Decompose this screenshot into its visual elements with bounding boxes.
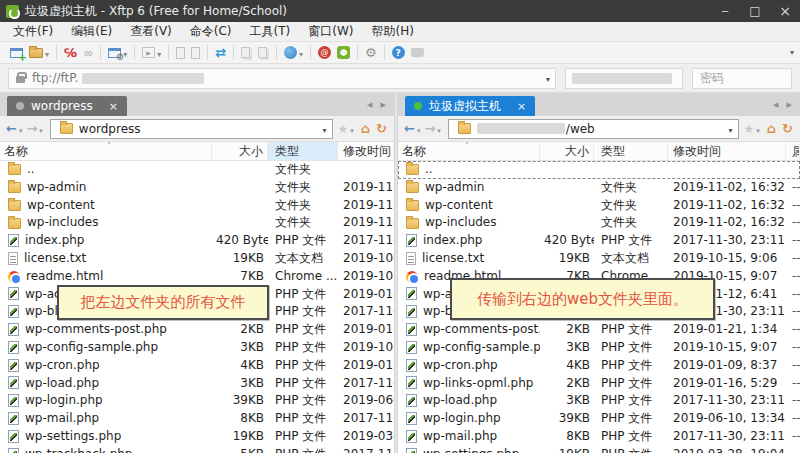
- file-row[interactable]: index.php420 BytesPHP 文件2017-11-30, 23:1…: [398, 232, 800, 250]
- column-header[interactable]: 名称: [398, 142, 540, 160]
- url-field[interactable]: ftp://ftP.: [8, 68, 556, 89]
- column-header[interactable]: 修改时间: [668, 142, 786, 160]
- paste-icon[interactable]: [258, 47, 269, 58]
- column-header[interactable]: 类型: [268, 142, 338, 160]
- favorites-star-icon[interactable]: [743, 122, 756, 136]
- upload-icon[interactable]: [176, 47, 185, 59]
- file-row[interactable]: ..: [398, 161, 800, 179]
- file-row[interactable]: license.txt19KB文本文档2019-10-15, 9:06: [0, 250, 394, 268]
- help-icon[interactable]: [392, 46, 405, 59]
- run-icon[interactable]: [142, 46, 161, 60]
- path-dropdown-icon[interactable]: [728, 122, 732, 136]
- column-header[interactable]: 修改时间: [338, 142, 394, 160]
- column-header[interactable]: 大小: [540, 142, 594, 160]
- web-icon[interactable]: [284, 46, 303, 60]
- file-row[interactable]: wp-includes文件夹2019-11-02, 16:32--: [398, 214, 800, 232]
- options-gear-icon[interactable]: [365, 45, 377, 60]
- toolbar-separator: [357, 45, 358, 60]
- tab-scroll-arrows-icon[interactable]: [367, 101, 389, 109]
- local-path-combo[interactable]: wordpress: [50, 119, 333, 139]
- feedback-icon[interactable]: [411, 48, 424, 57]
- tab-wordpress[interactable]: wordpress: [7, 96, 127, 116]
- file-row[interactable]: wp-comments-post.php2KBPHP 文件2019-01-21,…: [0, 321, 394, 339]
- file-row[interactable]: wp-settings.php19KBPHP 文件2019-03-28, 19:…: [0, 428, 394, 446]
- column-header[interactable]: 大小: [212, 142, 268, 160]
- file-row[interactable]: wp-mail.php8KBPHP 文件2017-11-30, 23:11--: [398, 428, 800, 446]
- menu-item[interactable]: 文件(F): [4, 23, 62, 40]
- file-row[interactable]: license.txt19KB文本文档2019-10-15, 9:06--: [398, 250, 800, 268]
- file-row[interactable]: wp-config-sample.php3KBPHP 文件2019-10-15,…: [398, 339, 800, 357]
- disconnect-icon[interactable]: [64, 46, 77, 60]
- forward-history-icon[interactable]: [39, 122, 43, 136]
- refresh-icon[interactable]: [374, 121, 389, 136]
- menu-item[interactable]: 命令(C): [181, 23, 241, 40]
- file-row[interactable]: wp-cron.php4KBPHP 文件2019-01-09, 8:37: [0, 357, 394, 375]
- tab-close-icon[interactable]: [517, 100, 526, 113]
- favorites-dropdown-icon[interactable]: [350, 122, 354, 136]
- file-row[interactable]: ..文件夹: [0, 161, 394, 179]
- file-row[interactable]: wp-comments-post.php2KBPHP 文件2019-01-21,…: [398, 321, 800, 339]
- file-row[interactable]: wp-content文件夹2019-11-02, 16:32: [0, 197, 394, 215]
- menu-item[interactable]: 查看(V): [121, 23, 181, 40]
- file-row[interactable]: wp-trackback.php5KBPHP 文件2017-11-30, 23:…: [0, 446, 394, 453]
- favorites-dropdown-icon[interactable]: [756, 122, 760, 136]
- file-row[interactable]: wp-admin文件夹2019-11-02, 16:32--: [398, 179, 800, 197]
- forward-icon[interactable]: [423, 121, 436, 136]
- favorites-star-icon[interactable]: [337, 122, 350, 136]
- file-row[interactable]: index.php420 BytesPHP 文件2017-11-30, 23:1…: [0, 232, 394, 250]
- file-row[interactable]: wp-mail.php8KBPHP 文件2017-11-30, 23:11: [0, 410, 394, 428]
- back-history-icon[interactable]: [417, 122, 421, 136]
- file-row[interactable]: wp-settings.php19KBPHP 文件2019-03-28, 19:…: [398, 446, 800, 453]
- session-properties-icon[interactable]: [108, 46, 127, 60]
- dropdown-arrow-icon[interactable]: [155, 46, 161, 60]
- column-header[interactable]: 类型: [594, 142, 668, 160]
- file-row[interactable]: readme.html7KBChrome ...2019-10-15, 9:07: [0, 268, 394, 286]
- maximize-icon[interactable]: [740, 0, 770, 22]
- tab-close-icon[interactable]: [109, 100, 118, 113]
- tab-remote-session[interactable]: 垃圾虚拟主机: [405, 96, 535, 116]
- download-icon[interactable]: [191, 47, 200, 59]
- xshell-icon[interactable]: [318, 46, 331, 59]
- back-icon[interactable]: [5, 121, 18, 136]
- close-icon[interactable]: [770, 0, 800, 22]
- back-history-icon[interactable]: [19, 122, 23, 136]
- menu-item[interactable]: 编辑(E): [62, 23, 121, 40]
- menu-item[interactable]: 帮助(H): [362, 23, 422, 40]
- new-session-icon[interactable]: [10, 48, 23, 58]
- tab-scroll-arrows-icon[interactable]: [773, 101, 795, 109]
- file-row[interactable]: wp-content文件夹2019-11-02, 16:32--: [398, 197, 800, 215]
- column-header[interactable]: 名称: [0, 142, 212, 160]
- path-dropdown-icon[interactable]: [322, 122, 326, 136]
- refresh-icon[interactable]: [780, 121, 795, 136]
- file-row[interactable]: wp-load.php3KBPHP 文件2017-11-30, 23:11: [0, 375, 394, 393]
- menu-item[interactable]: 窗口(W): [299, 23, 362, 40]
- password-field[interactable]: [692, 68, 792, 89]
- file-row[interactable]: wp-links-opml.php2KBPHP 文件2019-01-16, 5:…: [398, 375, 800, 393]
- reconnect-icon[interactable]: [83, 46, 93, 60]
- forward-icon[interactable]: [25, 121, 38, 136]
- file-row[interactable]: wp-config-sample.php3KBPHP 文件2019-10-15,…: [0, 339, 394, 357]
- column-header[interactable]: 属性: [786, 142, 800, 160]
- toolbar-overflow-icon[interactable]: [790, 48, 794, 57]
- menu-item[interactable]: 工具(T): [241, 23, 300, 40]
- copy-icon[interactable]: [241, 47, 252, 58]
- transfer-icon[interactable]: [215, 45, 226, 60]
- home-icon[interactable]: [357, 121, 374, 136]
- file-row[interactable]: wp-login.php39KBPHP 文件2019-06-10, 13:34-…: [398, 410, 800, 428]
- minimize-icon[interactable]: [710, 0, 740, 22]
- home-icon[interactable]: [763, 121, 780, 136]
- username-field[interactable]: [565, 68, 683, 89]
- remote-path-combo[interactable]: /web: [448, 119, 739, 139]
- xftp-icon[interactable]: [337, 46, 350, 59]
- file-row[interactable]: wp-login.php39KBPHP 文件2019-06-10, 13:34: [0, 392, 394, 410]
- open-folder-icon[interactable]: [29, 46, 49, 60]
- file-row[interactable]: wp-load.php3KBPHP 文件2017-11-30, 23:11--: [398, 392, 800, 410]
- back-icon[interactable]: [403, 121, 416, 136]
- dropdown-arrow-icon[interactable]: [43, 46, 49, 60]
- url-dropdown-icon[interactable]: [546, 71, 550, 85]
- dropdown-arrow-icon[interactable]: [297, 46, 303, 60]
- file-row[interactable]: wp-includes文件夹2019-11-02, 16:32: [0, 214, 394, 232]
- file-row[interactable]: wp-admin文件夹2019-11-02, 16:32: [0, 179, 394, 197]
- forward-history-icon[interactable]: [437, 122, 441, 136]
- file-row[interactable]: wp-cron.php4KBPHP 文件2019-01-09, 8:37--: [398, 357, 800, 375]
